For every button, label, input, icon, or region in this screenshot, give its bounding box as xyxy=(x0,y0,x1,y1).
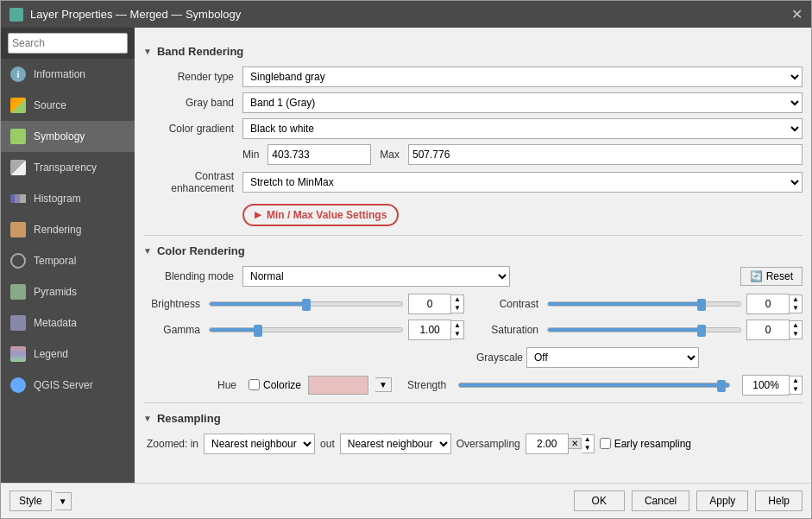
contrast-down-arrow[interactable]: ▼ xyxy=(790,304,802,313)
rendering-icon xyxy=(9,221,27,238)
sliders-grid: Brightness 0 ▲ ▼ Contrast xyxy=(143,294,803,340)
color-gradient-row: Color gradient Black to whiteWhite to bl… xyxy=(143,118,803,139)
sidebar-item-qgis-server[interactable]: QGIS Server xyxy=(1,370,135,401)
legend-icon xyxy=(9,345,27,363)
grayscale-select[interactable]: OffBy lightnessBy luminosityBy average xyxy=(526,347,699,368)
oversampling-input[interactable]: 2.00 xyxy=(526,434,569,454)
style-button[interactable]: Style xyxy=(9,491,52,511)
oversampling-clear[interactable]: ✕ xyxy=(569,438,582,449)
brightness-up-arrow[interactable]: ▲ xyxy=(451,295,463,304)
contrast-slider[interactable] xyxy=(547,301,741,307)
saturation-spinbox: 0 ▲ ▼ xyxy=(746,320,803,340)
sidebar-item-symbology[interactable]: Symbology xyxy=(1,121,135,152)
contrast-spinbox: 0 ▲ ▼ xyxy=(746,294,803,314)
max-input[interactable] xyxy=(408,144,803,165)
gamma-row: Gamma 1.00 ▲ ▼ xyxy=(143,320,464,340)
minmax-toggle-button[interactable]: ▶ Min / Max Value Settings xyxy=(242,204,399,226)
colorize-label: Colorize xyxy=(263,379,301,391)
contrast-spinbox-arrows: ▲ ▼ xyxy=(790,294,803,313)
blending-mode-select[interactable]: NormalLightenScreenDodgeAdditionDarkenMu… xyxy=(242,266,510,287)
histogram-icon xyxy=(9,190,27,207)
contrast-enhancement-select[interactable]: Stretch to MinMaxNo EnhancementStretch a… xyxy=(242,172,803,193)
early-resampling-checkbox[interactable] xyxy=(600,438,611,449)
saturation-input[interactable]: 0 xyxy=(746,320,790,340)
hue-label: Hue xyxy=(147,379,242,391)
brightness-input[interactable]: 0 xyxy=(408,294,451,314)
gamma-slider[interactable] xyxy=(209,327,403,332)
sidebar-item-legend[interactable]: Legend xyxy=(1,339,135,370)
close-button[interactable]: ✕ xyxy=(791,6,803,22)
brightness-row: Brightness 0 ▲ ▼ xyxy=(143,294,464,314)
gamma-up-arrow[interactable]: ▲ xyxy=(451,321,463,330)
saturation-slider[interactable] xyxy=(547,327,741,332)
sidebar-item-pyramids[interactable]: Pyramids xyxy=(1,276,135,307)
oversampling-spinbox: 2.00 ✕ ▲ ▼ xyxy=(526,434,595,454)
gamma-label: Gamma xyxy=(143,324,204,336)
brightness-down-arrow[interactable]: ▼ xyxy=(451,304,463,313)
gamma-down-arrow[interactable]: ▼ xyxy=(451,330,463,339)
reset-button[interactable]: 🔄 Reset xyxy=(740,267,803,286)
gray-band-select[interactable]: Band 1 (Gray) xyxy=(242,92,803,113)
sidebar-item-rendering[interactable]: Rendering xyxy=(1,214,135,245)
sidebar-item-source[interactable]: Source xyxy=(1,90,135,121)
ok-button[interactable]: OK xyxy=(574,491,625,511)
bottom-left: Style ▼ xyxy=(9,491,72,511)
strength-spinbox-arrows: ▲ ▼ xyxy=(790,376,803,395)
strength-up-arrow[interactable]: ▲ xyxy=(790,377,802,385)
saturation-down-arrow[interactable]: ▼ xyxy=(790,330,802,339)
gray-band-control: Band 1 (Gray) xyxy=(242,92,803,113)
contrast-row: Contrast 0 ▲ ▼ xyxy=(482,294,803,314)
strength-label: Strength xyxy=(407,379,446,391)
grayscale-label: Grayscale xyxy=(466,351,526,364)
zoomed-in-select[interactable]: Nearest neighbourBilinearCubic xyxy=(204,434,315,454)
style-dropdown-arrow[interactable]: ▼ xyxy=(55,492,72,510)
apply-button[interactable]: Apply xyxy=(696,491,748,511)
sidebar-item-metadata[interactable]: Metadata xyxy=(1,307,135,339)
minmax-toggle-arrow: ▶ xyxy=(255,210,261,219)
help-button[interactable]: Help xyxy=(755,491,803,511)
resampling-title: Resampling xyxy=(157,412,221,425)
color-swatch-dropdown[interactable]: ▼ xyxy=(375,377,392,392)
color-swatch[interactable] xyxy=(308,376,368,395)
oversampling-up-arrow[interactable]: ▲ xyxy=(582,435,594,444)
sidebar-item-information[interactable]: i Information xyxy=(1,59,135,90)
colorize-checkbox[interactable] xyxy=(249,379,260,390)
color-rendering-title: Color Rendering xyxy=(157,244,245,257)
reset-icon: 🔄 xyxy=(750,270,763,282)
brightness-slider[interactable] xyxy=(209,301,403,307)
colorize-checkbox-wrap: Colorize xyxy=(249,379,301,391)
gray-band-label: Gray band xyxy=(143,97,242,109)
sidebar-item-histogram[interactable]: Histogram xyxy=(1,183,135,214)
brightness-thumb xyxy=(302,299,311,311)
sidebar-item-temporal[interactable]: Temporal xyxy=(1,245,135,276)
qgis-server-icon xyxy=(9,377,27,394)
band-rendering-title: Band Rendering xyxy=(157,45,243,58)
oversampling-label: Oversampling xyxy=(456,438,520,450)
search-box xyxy=(1,28,135,59)
render-type-select[interactable]: Singleband grayMultiband colorPaletted/U… xyxy=(242,66,803,87)
sidebar-label-metadata: Metadata xyxy=(34,317,77,329)
oversampling-down-arrow[interactable]: ▼ xyxy=(582,444,594,453)
sidebar-label-information: Information xyxy=(34,68,85,80)
cancel-button[interactable]: Cancel xyxy=(632,491,689,511)
gamma-input[interactable]: 1.00 xyxy=(408,320,451,340)
sidebar-item-transparency[interactable]: Transparency xyxy=(1,152,135,183)
contrast-label: Contrast xyxy=(482,298,542,310)
gamma-spinbox: 1.00 ▲ ▼ xyxy=(408,320,464,340)
saturation-fill xyxy=(548,328,702,332)
hue-row: Hue Colorize ▼ Strength 100% ▲ ▼ xyxy=(143,375,803,396)
strength-down-arrow[interactable]: ▼ xyxy=(790,385,802,394)
zoomed-out-select[interactable]: Nearest neighbourBilinearCubic xyxy=(340,434,451,454)
contrast-up-arrow[interactable]: ▲ xyxy=(790,295,802,304)
search-input[interactable] xyxy=(8,33,128,54)
source-icon xyxy=(9,97,27,114)
min-input[interactable] xyxy=(268,144,371,165)
contrast-input[interactable]: 0 xyxy=(746,294,790,314)
strength-input[interactable]: 100% xyxy=(742,375,790,396)
sidebar-label-symbology: Symbology xyxy=(34,130,85,142)
divider-2 xyxy=(143,402,803,403)
strength-slider[interactable] xyxy=(458,383,730,388)
saturation-up-arrow[interactable]: ▲ xyxy=(790,321,802,330)
gamma-thumb xyxy=(254,325,262,337)
color-gradient-select[interactable]: Black to whiteWhite to black xyxy=(242,118,803,139)
